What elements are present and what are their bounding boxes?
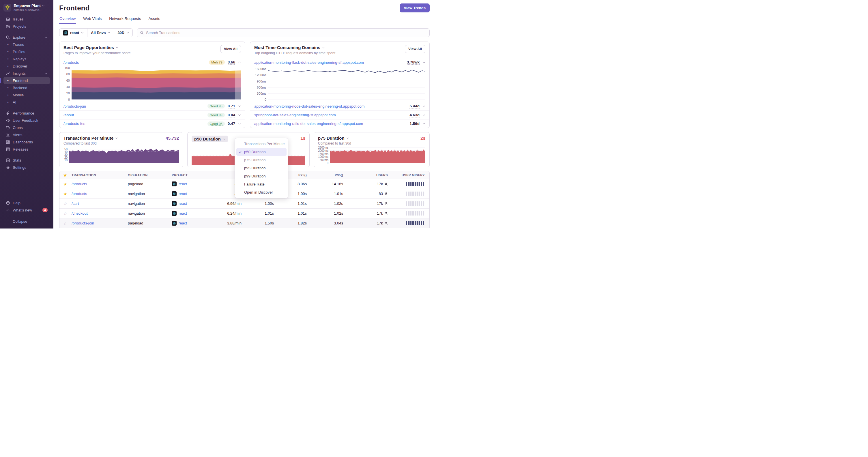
tab-network-requests[interactable]: Network Requests xyxy=(109,15,141,24)
transaction-link[interactable]: /products-join xyxy=(63,104,86,108)
sidebar-item-help[interactable]: Help xyxy=(3,199,50,206)
column-header-transaction[interactable]: TRANSACTION xyxy=(71,173,127,177)
star-icon[interactable]: ★ xyxy=(59,173,71,177)
project-link[interactable]: react xyxy=(179,221,187,225)
star-icon[interactable]: ★ xyxy=(59,182,71,186)
best-pages-title-dropdown[interactable]: Best Page Opportunities xyxy=(63,45,131,50)
user-misery-bars xyxy=(406,211,425,216)
star-icon[interactable]: ☆ xyxy=(59,221,71,226)
domain-link[interactable]: application-monitoring-node-dot-sales-en… xyxy=(254,104,365,108)
tpm-chart-yaxis: 5040302010 xyxy=(63,148,69,163)
best-pages-view-all-button[interactable]: View All xyxy=(220,45,241,53)
sidebar-item-performance[interactable]: Performance xyxy=(3,110,50,117)
p50-metric-dropdown[interactable]: p50 Duration xyxy=(192,136,228,142)
user-misery-bars xyxy=(406,192,425,196)
domain-row[interactable]: application-monitoring-rails-dot-sales-e… xyxy=(250,119,429,128)
menu-item-p50-duration[interactable]: p50 Duration xyxy=(236,148,286,156)
tab-overview[interactable]: Overview xyxy=(59,15,76,24)
table-row[interactable]: ☆/products-joinpageloadreact3.88/min1.50… xyxy=(59,218,429,228)
sidebar-item-backend[interactable]: •Backend xyxy=(3,84,50,92)
users-cell: 17k xyxy=(344,211,389,216)
column-header-project[interactable]: PROJECT xyxy=(171,173,214,177)
domain-row[interactable]: springboot-dot-sales-engineering-sf.apps… xyxy=(250,110,429,119)
page-row[interactable]: /aboutGood 990.04 xyxy=(59,110,245,119)
tpm-metric-dropdown[interactable]: Transactions Per Minute xyxy=(63,136,118,140)
p75-metric-dropdown[interactable]: p75 Duration xyxy=(318,136,349,140)
domains-view-all-button[interactable]: View All xyxy=(405,45,425,53)
project-filter[interactable]: react xyxy=(59,29,87,37)
sidebar-item-label: Insights xyxy=(13,71,42,75)
project-link[interactable]: react xyxy=(179,182,187,186)
sidebar-item-explore[interactable]: Explore xyxy=(3,34,50,41)
sidebar-item-crons[interactable]: Crons xyxy=(3,124,50,131)
menu-item-p95-duration[interactable]: p95 Duration xyxy=(236,164,286,172)
domain-row[interactable]: application-monitoring-node-dot-sales-en… xyxy=(250,102,429,110)
menu-item-open-in-discover[interactable]: Open in Discover xyxy=(236,188,286,196)
date-range-filter[interactable]: 30D xyxy=(114,29,132,37)
column-header-operation[interactable]: OPERATION xyxy=(127,173,171,177)
sidebar-item-what-s-new[interactable]: What's new4 xyxy=(3,206,50,214)
page-row[interactable]: /products-fesGood 950.47 xyxy=(59,119,245,128)
menu-item-p99-duration[interactable]: p99 Duration xyxy=(236,172,286,180)
domain-link[interactable]: application-monitoring-flask-dot-sales-e… xyxy=(254,60,364,65)
sidebar-item-issues[interactable]: Issues xyxy=(3,15,50,23)
sidebar-item-collapse[interactable]: Collapse xyxy=(3,218,50,225)
domain-link[interactable]: springboot-dot-sales-engineering-sf.apps… xyxy=(254,113,336,117)
sidebar-item-replays[interactable]: •Replays xyxy=(3,55,50,63)
sidebar-item-releases[interactable]: Releases xyxy=(3,146,50,153)
domain-row-expanded[interactable]: application-monitoring-flask-dot-sales-e… xyxy=(250,58,429,67)
sidebar-item-profiles[interactable]: •Profiles xyxy=(3,48,50,55)
star-icon[interactable]: ★ xyxy=(59,192,71,196)
page-row[interactable]: /products-joinGood 950.71 xyxy=(59,102,245,110)
transaction-link[interactable]: /about xyxy=(63,113,74,117)
column-header-users[interactable]: USERS xyxy=(344,173,389,177)
table-row[interactable]: ☆/cartnavigationreact6.96/min1.00s1.01s1… xyxy=(59,198,429,208)
star-icon[interactable]: ☆ xyxy=(59,201,71,206)
transaction-link[interactable]: /products xyxy=(63,60,79,65)
transaction-link[interactable]: /products xyxy=(71,182,87,186)
menu-item-p75-duration[interactable]: p75 Duration xyxy=(236,156,286,164)
transaction-link[interactable]: /products xyxy=(71,192,87,196)
sidebar-item-insights[interactable]: Insights xyxy=(3,70,50,77)
sidebar-item-user-feedback[interactable]: User Feedback xyxy=(3,117,50,124)
sidebar-item-settings[interactable]: Settings xyxy=(3,164,50,171)
sidebar-item-discover[interactable]: •Discover xyxy=(3,63,50,70)
menu-item-transactions-per-minute[interactable]: Transactions Per Minute xyxy=(236,140,286,148)
sidebar-item-frontend[interactable]: •Frontend xyxy=(3,77,50,84)
axis-tick-label: 300ms xyxy=(257,92,266,95)
transaction-link[interactable]: /cart xyxy=(71,201,79,206)
sidebar-item-ai[interactable]: •AI xyxy=(3,99,50,106)
transaction-link[interactable]: /products-fes xyxy=(63,122,85,126)
domains-title-dropdown[interactable]: Most Time-Consuming Domains xyxy=(254,45,335,50)
search-input[interactable] xyxy=(146,31,427,35)
column-header-p95[interactable]: P95() xyxy=(307,173,344,177)
page-row-expanded[interactable]: /products Meh 79 3.66 xyxy=(59,58,245,67)
star-icon[interactable]: ☆ xyxy=(59,211,71,216)
tab-web-vitals[interactable]: Web Vitals xyxy=(83,15,102,24)
environment-filter[interactable]: All Envs xyxy=(87,29,114,37)
column-header-user-misery[interactable]: USER MISERY xyxy=(389,173,429,177)
project-link[interactable]: react xyxy=(179,211,187,216)
org-switcher[interactable]: Empower Plant dominik.buszowiec... xyxy=(3,3,50,11)
chevron-down-icon xyxy=(107,31,110,34)
chevron-up-icon[interactable] xyxy=(423,61,425,64)
axis-tick-label: 0 xyxy=(265,98,266,101)
sidebar-item-alerts[interactable]: Alerts xyxy=(3,131,50,138)
sidebar-item-traces[interactable]: •Traces xyxy=(3,41,50,48)
menu-item-failure-rate[interactable]: Failure Rate xyxy=(236,180,286,188)
transaction-link[interactable]: /checkout xyxy=(71,211,88,216)
transaction-link[interactable]: /products-join xyxy=(71,221,94,225)
tab-assets[interactable]: Assets xyxy=(148,15,161,24)
domain-link[interactable]: application-monitoring-rails-dot-sales-e… xyxy=(254,122,363,126)
operation-cell: navigation xyxy=(127,211,171,216)
project-link[interactable]: react xyxy=(179,192,187,196)
search-icon xyxy=(6,35,10,39)
sidebar-item-dashboards[interactable]: Dashboards xyxy=(3,138,50,146)
sidebar-item-stats[interactable]: Stats xyxy=(3,157,50,164)
chevron-up-icon[interactable] xyxy=(238,61,241,64)
view-trends-button[interactable]: View Trends xyxy=(400,3,430,12)
sidebar-item-projects[interactable]: Projects xyxy=(3,23,50,30)
project-link[interactable]: react xyxy=(179,201,187,206)
table-row[interactable]: ☆/checkoutnavigationreact6.24/min1.01s1.… xyxy=(59,208,429,218)
sidebar-item-mobile[interactable]: •Mobile xyxy=(3,92,50,99)
